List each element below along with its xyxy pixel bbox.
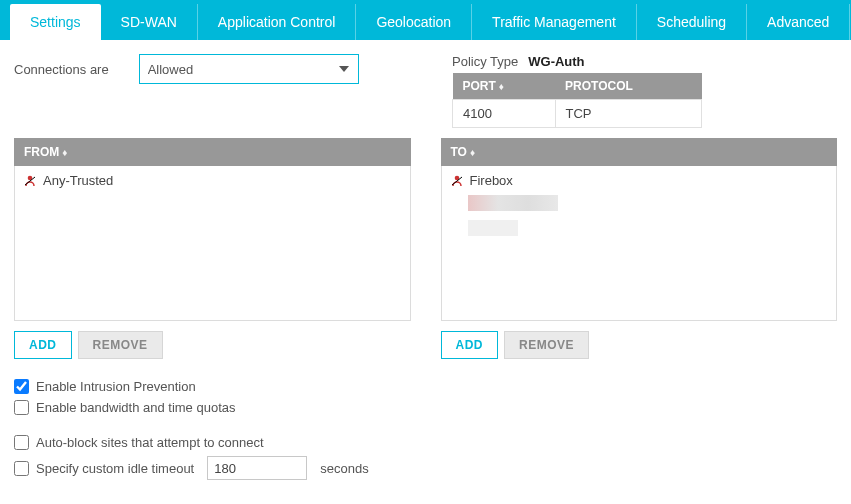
list-item-label: Any-Trusted [43, 173, 113, 188]
idle-timeout-input[interactable] [207, 456, 307, 480]
policy-table: PORT♦ PROTOCOL 4100 TCP [452, 73, 702, 128]
sort-icon: ♦ [62, 147, 67, 158]
enable-quotas-row[interactable]: Enable bandwidth and time quotas [14, 400, 837, 415]
alias-icon [23, 174, 37, 188]
to-panel: TO♦ Firebox ADD REMOVE [441, 138, 838, 359]
idle-timeout-row: Specify custom idle timeout seconds [14, 456, 837, 480]
enable-quotas-label: Enable bandwidth and time quotas [36, 400, 235, 415]
idle-timeout-unit: seconds [320, 461, 368, 476]
list-item-label: Firebox [470, 173, 513, 188]
from-header[interactable]: FROM♦ [14, 138, 411, 166]
from-add-button[interactable]: ADD [14, 331, 72, 359]
from-remove-button[interactable]: REMOVE [78, 331, 163, 359]
connections-select[interactable]: Allowed [139, 54, 359, 84]
idle-timeout-label: Specify custom idle timeout [36, 461, 194, 476]
cell-protocol: TCP [555, 100, 701, 128]
policy-type-value: WG-Auth [528, 54, 584, 69]
to-header[interactable]: TO♦ [441, 138, 838, 166]
sort-icon: ♦ [470, 147, 475, 158]
to-add-button[interactable]: ADD [441, 331, 499, 359]
table-row[interactable]: 4100 TCP [453, 100, 702, 128]
alias-icon [450, 174, 464, 188]
redacted-item [468, 220, 518, 236]
policy-type-label: Policy Type [452, 54, 518, 69]
col-protocol[interactable]: PROTOCOL [555, 73, 701, 100]
from-panel: FROM♦ Any-Trusted ADD REMOVE [14, 138, 411, 359]
list-item[interactable]: Any-Trusted [21, 170, 404, 191]
enable-ips-row[interactable]: Enable Intrusion Prevention [14, 379, 837, 394]
tab-geolocation[interactable]: Geolocation [356, 4, 472, 40]
enable-ips-checkbox[interactable] [14, 379, 29, 394]
tab-advanced[interactable]: Advanced [747, 4, 850, 40]
tab-traffic-management[interactable]: Traffic Management [472, 4, 637, 40]
enable-ips-label: Enable Intrusion Prevention [36, 379, 196, 394]
list-item[interactable]: Firebox [448, 170, 831, 191]
from-list[interactable]: Any-Trusted [14, 166, 411, 321]
tab-settings[interactable]: Settings [10, 4, 101, 40]
enable-quotas-checkbox[interactable] [14, 400, 29, 415]
sort-icon: ♦ [499, 81, 504, 92]
tab-sdwan[interactable]: SD-WAN [101, 4, 198, 40]
autoblock-label: Auto-block sites that attempt to connect [36, 435, 264, 450]
to-remove-button[interactable]: REMOVE [504, 331, 589, 359]
col-port[interactable]: PORT♦ [453, 73, 556, 100]
tab-scheduling[interactable]: Scheduling [637, 4, 747, 40]
autoblock-checkbox[interactable] [14, 435, 29, 450]
autoblock-row[interactable]: Auto-block sites that attempt to connect [14, 435, 837, 450]
to-list[interactable]: Firebox [441, 166, 838, 321]
tab-application-control[interactable]: Application Control [198, 4, 357, 40]
idle-timeout-checkbox[interactable] [14, 461, 29, 476]
redacted-item [468, 195, 558, 211]
connections-label: Connections are [14, 62, 109, 77]
tab-bar: Settings SD-WAN Application Control Geol… [0, 0, 851, 40]
cell-port: 4100 [453, 100, 556, 128]
